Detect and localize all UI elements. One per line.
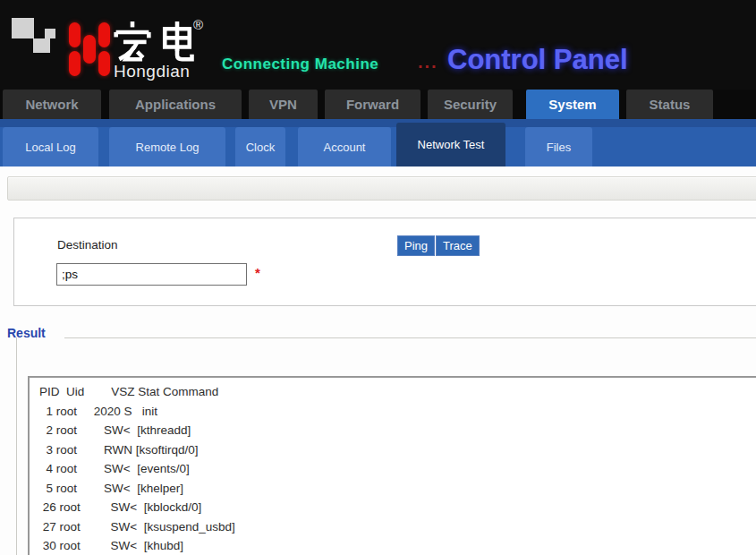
destination-input[interactable] <box>56 263 247 286</box>
hongdian-cjk-wordmark <box>113 19 199 62</box>
subtab-clock[interactable]: Clock <box>235 127 285 166</box>
cjk-char-hong <box>113 19 152 64</box>
network-test-form: Destination * Ping Trace <box>13 218 756 306</box>
tab-network[interactable]: Network <box>3 90 101 119</box>
result-line: 1 root 2020 S init <box>39 402 756 422</box>
result-heading: Result <box>7 326 46 340</box>
registered-trademark: ® <box>193 17 203 32</box>
result-fieldset-line <box>64 337 756 338</box>
tagline-dots: ... <box>418 52 438 73</box>
required-asterisk: * <box>255 265 260 280</box>
result-line: 2 root SW< [kthreadd] <box>39 421 756 440</box>
tab-status[interactable]: Status <box>626 90 713 119</box>
result-line: 30 root SW< [khubd] <box>39 536 756 555</box>
control-panel-page: ® Hongdian Connecting Machine ... Contro… <box>0 0 756 555</box>
brand-name: Hongdian <box>114 62 190 81</box>
tab-applications[interactable]: Applications <box>109 90 242 119</box>
main-nav: Network Applications VPN Forward Securit… <box>0 90 756 119</box>
result-line: 27 root SW< [ksuspend_usbd] <box>39 517 756 537</box>
result-line: 3 root RWN [ksoftirqd/0] <box>39 440 756 460</box>
hongdian-h-logo-icon <box>69 20 110 79</box>
ping-button[interactable]: Ping <box>397 235 435 256</box>
tab-vpn[interactable]: VPN <box>249 90 318 119</box>
destination-label: Destination <box>57 238 118 252</box>
subtab-local-log[interactable]: Local Log <box>3 127 98 166</box>
status-message-bar <box>7 176 756 201</box>
result-line: 5 root SW< [khelper] <box>39 479 756 499</box>
result-line: 26 root SW< [kblockd/0] <box>39 498 756 517</box>
subtab-network-test[interactable]: Network Test <box>396 123 505 166</box>
tab-system[interactable]: System <box>526 90 619 119</box>
result-output-textarea[interactable]: PID Uid VSZ Stat Command 1 root 2020 S i… <box>28 376 756 555</box>
content-area: Destination * Ping Trace Result PID Uid … <box>0 166 756 555</box>
tab-forward[interactable]: Forward <box>325 90 420 119</box>
subtab-files[interactable]: Files <box>525 127 592 166</box>
page-title: Control Panel <box>447 44 628 76</box>
subtab-remote-log[interactable]: Remote Log <box>109 127 225 166</box>
cjk-char-dian <box>157 19 197 64</box>
tab-security[interactable]: Security <box>428 90 513 119</box>
result-fieldset-border <box>16 337 17 555</box>
trace-button[interactable]: Trace <box>436 235 480 256</box>
sub-nav: Local Log Remote Log Clock Account Netwo… <box>0 119 756 166</box>
brand-tagline: Connecting Machine <box>222 56 378 73</box>
result-line: 4 root SW< [events/0] <box>39 459 756 479</box>
subtab-account[interactable]: Account <box>298 127 391 166</box>
hongdian-squares-icon <box>12 17 56 55</box>
result-line: PID Uid VSZ Stat Command <box>39 382 756 402</box>
header: ® Hongdian Connecting Machine ... Contro… <box>0 0 756 90</box>
